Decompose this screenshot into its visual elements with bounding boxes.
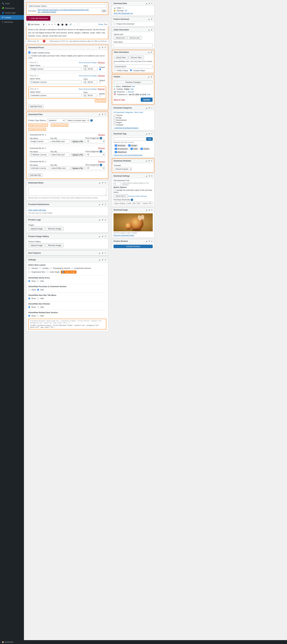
default-1-radio[interactable] bbox=[99, 68, 101, 70]
category-design-checkbox[interactable] bbox=[113, 117, 115, 119]
sticky-price-hide-radio[interactable] bbox=[37, 280, 39, 282]
purchase-hide-radio[interactable] bbox=[37, 289, 39, 291]
tag-edd-checkbox[interactable] bbox=[131, 148, 133, 150]
price-assign-3-select[interactable]: All bbox=[85, 166, 105, 170]
notes-close[interactable]: ✕ bbox=[105, 182, 106, 184]
remove-price-3[interactable]: Remove bbox=[98, 88, 105, 90]
default-3-radio[interactable] bbox=[99, 95, 101, 97]
tags-close[interactable]: ✕ bbox=[151, 132, 153, 135]
upload-gallery-button[interactable]: Upload Image bbox=[28, 243, 45, 247]
collapse-up-button[interactable]: ▲ bbox=[98, 46, 100, 49]
enable-multi-checkbox[interactable] bbox=[28, 54, 30, 56]
blockquote-button[interactable]: ❝ bbox=[54, 23, 56, 26]
most-used-link[interactable]: Most Used bbox=[134, 111, 143, 114]
published-edit-link[interactable]: Edit bbox=[147, 94, 150, 96]
file-name-1-input[interactable] bbox=[30, 140, 49, 143]
add-to-cart-button[interactable]: Add to Cart ▾ bbox=[113, 194, 128, 198]
embed-code-input[interactable] bbox=[114, 65, 153, 68]
price-assign-help-2[interactable]: ? bbox=[100, 150, 102, 152]
sticky-price-show-radio[interactable] bbox=[28, 280, 30, 282]
logo-collapse-down[interactable]: ▼ bbox=[102, 218, 104, 221]
attributes-close[interactable]: ✕ bbox=[151, 160, 153, 162]
tab-visual[interactable]: Visual bbox=[98, 23, 103, 26]
remove-download-image-link[interactable]: Remove Download Image bbox=[113, 234, 153, 236]
select-product-type-select[interactable]: Select a product type bbox=[66, 118, 89, 122]
fs-collapse-up[interactable]: ▲ bbox=[99, 203, 101, 206]
features-collapse-up[interactable]: ▲ bbox=[99, 252, 101, 254]
download-notes-header[interactable]: Download Notes ▲ ▼ ✕ bbox=[26, 180, 108, 186]
add-new-file-button[interactable]: Add New File bbox=[28, 174, 42, 177]
show-advanced-1[interactable]: Show advanced settings bbox=[79, 62, 97, 64]
bold-button[interactable]: B bbox=[42, 23, 45, 26]
add-tag-button[interactable]: Add bbox=[146, 137, 153, 141]
price-2-input[interactable] bbox=[87, 80, 97, 84]
attributes-down[interactable]: ▼ bbox=[148, 160, 150, 162]
align-right-button[interactable]: ⬤ bbox=[65, 23, 68, 26]
upload-mp3-button[interactable]: Upload mp3 bbox=[113, 36, 127, 40]
category-plugins-checkbox[interactable] bbox=[113, 122, 115, 124]
item-nav-show-radio[interactable] bbox=[28, 298, 30, 300]
remove-gallery-button[interactable]: Remove Image bbox=[46, 243, 63, 247]
purchase-shortcode-input[interactable] bbox=[113, 202, 153, 205]
item-review-hide-radio[interactable] bbox=[37, 306, 39, 308]
layout-photography-radio[interactable] bbox=[50, 267, 52, 269]
reviews-down[interactable]: ▼ bbox=[148, 240, 150, 242]
audio-information-header[interactable]: Audio Information ▲ ▼ bbox=[112, 28, 154, 32]
purchase-behavior-link[interactable]: Purchase button behavior bbox=[128, 195, 147, 197]
video-information-header[interactable]: Video Information ▲ ▼ bbox=[112, 50, 154, 54]
publish-down[interactable]: ▼ bbox=[150, 76, 153, 78]
gallery-collapse-up[interactable]: ▲ bbox=[99, 235, 101, 238]
file-url-2-input[interactable] bbox=[50, 153, 70, 156]
audio-down[interactable]: ▼ bbox=[151, 28, 153, 31]
collapse-down-button[interactable]: ▼ bbox=[101, 46, 103, 49]
feature-download-header[interactable]: Feature Download ▲ ▼ bbox=[112, 17, 154, 22]
remove-video-button[interactable]: Remove Video bbox=[129, 56, 144, 59]
add-new-price-button[interactable]: Add New Price bbox=[28, 105, 43, 108]
download-prices-header[interactable]: Download Prices ▲ ▼ ✕ bbox=[27, 45, 108, 50]
default-2-radio[interactable] bbox=[99, 82, 101, 84]
option-name-1-input[interactable] bbox=[30, 67, 82, 71]
download-image-thumbnail[interactable] bbox=[113, 213, 153, 231]
upload-video-button[interactable]: Upload Video bbox=[114, 56, 128, 59]
files-close[interactable]: ✕ bbox=[104, 113, 106, 116]
price-assign-help-3[interactable]: ? bbox=[100, 164, 102, 166]
settings-close[interactable]: ✕ bbox=[105, 258, 106, 261]
settings-collapse-down[interactable]: ▼ bbox=[102, 258, 104, 261]
choose-tags-link[interactable]: Choose from most-used Download tags bbox=[113, 154, 153, 156]
feature-checkbox[interactable] bbox=[113, 22, 115, 24]
revisions-browse-link[interactable]: Browse bbox=[128, 91, 134, 93]
price-1-input[interactable] bbox=[87, 67, 97, 71]
layout-graphicland-radio[interactable] bbox=[71, 267, 73, 269]
download-image-header[interactable]: Download Image ▲ ▼ ✕ bbox=[112, 208, 154, 212]
stats-close[interactable]: ✕ bbox=[151, 2, 153, 5]
price-3-input[interactable] bbox=[87, 94, 97, 97]
fs-close[interactable]: ✕ bbox=[105, 203, 106, 206]
add-new-category-link[interactable]: + Add New Download Category bbox=[113, 127, 153, 129]
add-media-button[interactable]: 🖼 Add Media bbox=[27, 23, 40, 26]
category-template-checkbox[interactable] bbox=[113, 124, 115, 126]
category-themes-checkbox[interactable] bbox=[113, 114, 115, 116]
fullscreen-button[interactable]: ⛶ bbox=[77, 23, 80, 26]
file-url-3-input[interactable] bbox=[50, 166, 70, 170]
video-down[interactable]: ▼ bbox=[150, 51, 153, 54]
settings-collapse-up[interactable]: ▲ bbox=[99, 258, 101, 261]
download-attributes-header[interactable]: Download Attributes ▲ ▼ ✕ bbox=[112, 159, 154, 163]
download-files-header[interactable]: Download Files ▲ ▼ ✕ bbox=[27, 112, 108, 117]
align-left-button[interactable]: ⬤ bbox=[57, 23, 60, 26]
move-to-trash-link[interactable]: Move to Trash bbox=[114, 98, 125, 101]
categories-close[interactable]: ✕ bbox=[151, 107, 153, 109]
notes-collapse-down[interactable]: ▼ bbox=[102, 182, 104, 184]
product-logo-header[interactable]: Product Logo ▲ ▼ ✕ bbox=[26, 218, 108, 222]
stats-down[interactable]: ▼ bbox=[148, 2, 150, 5]
sidebar-item-extensions[interactable]: 🧩 Extensions bbox=[0, 6, 24, 10]
enable-variable-checkbox[interactable] bbox=[28, 52, 30, 54]
align-center-button[interactable]: ⬤ bbox=[61, 23, 64, 26]
item-features-header[interactable]: Item Features ▲ ▼ ✕ bbox=[26, 251, 108, 256]
fs-collapse-down[interactable]: ▼ bbox=[102, 203, 104, 206]
product-type-default-select[interactable]: Default ▾ bbox=[47, 118, 65, 122]
permalink-url[interactable]: https://ridmart.wpninjadevs.com/videmart… bbox=[37, 9, 101, 13]
files-collapse-up[interactable]: ▲ bbox=[98, 113, 100, 116]
ds-down[interactable]: ▼ bbox=[148, 175, 150, 177]
feature-down[interactable]: ▼ bbox=[151, 18, 153, 20]
show-advanced-3[interactable]: Show advanced settings bbox=[79, 88, 96, 90]
